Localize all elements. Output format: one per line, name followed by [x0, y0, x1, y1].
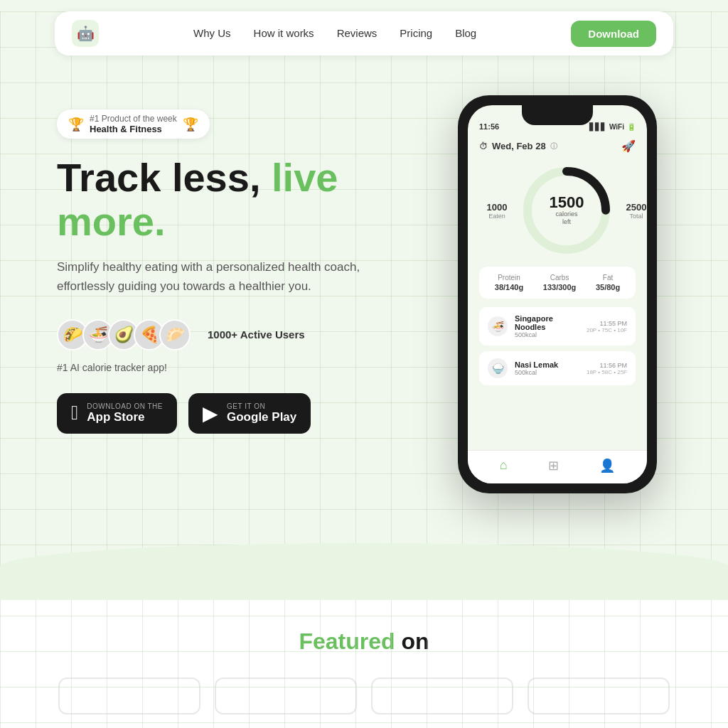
featured-section: Featured on [0, 600, 728, 728]
google-play-label: Google Play [227, 410, 296, 424]
food-time-2: 11:56 PM [587, 362, 627, 369]
featured-heading: Featured on [57, 628, 671, 655]
phone-time: 11:56 [479, 122, 499, 131]
macro-fat-value: 35/80g [596, 283, 620, 291]
food-icon-1: 🍜 [488, 316, 508, 336]
apple-icon:  [71, 402, 78, 424]
profile-nav-icon[interactable]: 👤 [599, 458, 615, 473]
info-icon: ⓘ [550, 141, 557, 151]
wave-separator [0, 515, 728, 600]
food-item-1: 🍜 Singapore Noodles 500kcal 11:55 PM 20P… [479, 307, 636, 346]
phone-date-text: Wed, Feb 28 [492, 141, 546, 151]
food-name-2: Nasi Lemak [515, 360, 579, 369]
food-time-1: 11:55 PM [587, 320, 627, 327]
app-store-sublabel: Download on the [87, 402, 163, 410]
calorie-section: 1000 Eaten 1500 calories [479, 164, 636, 257]
macro-protein-label: Protein [495, 274, 523, 282]
macro-fat-label: Fat [596, 274, 620, 282]
macro-protein-value: 38/140g [495, 283, 523, 291]
macro-protein: Protein 38/140g [495, 274, 523, 291]
add-nav-icon[interactable]: ⊞ [548, 458, 559, 473]
heading-black: Track less, [57, 155, 260, 200]
wave-bg [0, 543, 728, 600]
nav-pricing[interactable]: Pricing [400, 27, 432, 39]
food-kcal-2: 500kcal [515, 369, 579, 376]
phone-bottom-nav: ⌂ ⊞ 👤 [468, 450, 647, 483]
macro-carbs: Carbs 133/300g [543, 274, 576, 291]
phone-date-row: ⏱ Wed, Feb 28 ⓘ 🚀 [479, 139, 636, 153]
featured-logo-2 [215, 678, 357, 714]
app-store-button[interactable]:  Download on the App Store [57, 393, 177, 434]
food-item-2: 🍚 Nasi Lemak 500kcal 11:56 PM 18P • 58C … [479, 351, 636, 385]
food-icon-2: 🍚 [488, 358, 508, 378]
macro-fat: Fat 35/80g [596, 274, 620, 291]
food-details-1: Singapore Noodles 500kcal [515, 314, 579, 338]
play-icon: ▶ [203, 402, 218, 425]
phone-screen: 11:56 ▋▋▋ WiFi 🔋 ⏱ Wed, Feb 28 [468, 105, 647, 483]
laurel-right-icon: 🏆 [183, 117, 198, 132]
calories-total-label: Total [619, 213, 647, 220]
clock-icon: ⏱ [479, 141, 488, 151]
user-count: 1000+ Active Users [208, 328, 305, 341]
app-store-label: App Store [87, 410, 163, 424]
phone-notch [522, 105, 593, 125]
phone-frame: 11:56 ▋▋▋ WiFi 🔋 ⏱ Wed, Feb 28 [458, 95, 657, 493]
calories-total-value: 2500 [619, 202, 647, 213]
google-play-button[interactable]: ▶ GET IT ON Google Play [188, 393, 311, 434]
nav-why-us[interactable]: Why Us [193, 27, 231, 39]
macros-row: Protein 38/140g Carbs 133/300g Fat 35/80… [479, 267, 636, 299]
ai-label: #1 AI calorie tracker app! [57, 362, 412, 373]
calories-left-label: left [550, 218, 584, 226]
logo[interactable]: 🤖 [72, 20, 99, 47]
hero-description: Simplify healthy eating with a personali… [57, 257, 370, 296]
calories-eaten-label: Eaten [479, 213, 515, 220]
product-badge: 🏆 #1 Product of the week Health & Fitnes… [57, 109, 210, 139]
macro-carbs-value: 133/300g [543, 283, 576, 291]
nav-blog[interactable]: Blog [455, 27, 476, 39]
food-macros-2: 18P • 58C • 25F [587, 369, 627, 375]
featured-logo-3 [371, 678, 513, 714]
badge-category: Health & Fitness [90, 124, 177, 134]
battery-icon: 🔋 [627, 123, 636, 131]
users-row: 🌮 🍜 🥑 🍕 🥟 1000+ Active Users [57, 319, 412, 350]
nav-links: Why Us How it works Reviews Pricing Blog [193, 27, 476, 40]
calories-left-value: 1500 [550, 195, 584, 210]
phone-mockup: 11:56 ▋▋▋ WiFi 🔋 ⏱ Wed, Feb 28 [444, 95, 671, 493]
download-button[interactable]: Download [571, 21, 656, 47]
store-buttons:  Download on the App Store ▶ GET IT ON … [57, 393, 412, 434]
nav-reviews[interactable]: Reviews [337, 27, 378, 39]
calories-eaten-value: 1000 [479, 202, 515, 213]
hero-section: 🏆 #1 Product of the week Health & Fitnes… [0, 67, 728, 529]
navbar: 🤖 Why Us How it works Reviews Pricing Bl… [55, 11, 673, 55]
food-kcal-1: 500kcal [515, 331, 579, 338]
calorie-circle: 1500 calories left [520, 164, 613, 257]
nav-how-it-works[interactable]: How it works [254, 27, 314, 39]
badge-rank: #1 Product of the week [90, 114, 177, 124]
phone-status-icons: ▋▋▋ WiFi 🔋 [589, 122, 636, 131]
hero-heading: Track less, live more. [57, 156, 412, 243]
user-avatars: 🌮 🍜 🥑 🍕 🥟 [57, 319, 185, 350]
wifi-icon: WiFi [609, 123, 624, 131]
phone-content: ⏱ Wed, Feb 28 ⓘ 🚀 1000 Eaten [468, 134, 647, 450]
calorie-center: 1500 calories left [550, 195, 584, 226]
google-play-sublabel: GET IT ON [227, 402, 296, 410]
featured-logo-4 [528, 678, 670, 714]
rocket-icon: 🚀 [621, 139, 636, 153]
featured-logo-1 [58, 678, 200, 714]
food-macros-1: 20P • 75C • 10F [587, 327, 627, 333]
featured-logos [57, 678, 671, 714]
phone-date: ⏱ Wed, Feb 28 ⓘ [479, 141, 557, 151]
laurel-left-icon: 🏆 [68, 117, 84, 132]
food-details-2: Nasi Lemak 500kcal [515, 360, 579, 376]
signal-icon: ▋▋▋ [589, 123, 606, 131]
avatar-5: 🥟 [159, 319, 191, 350]
home-nav-icon[interactable]: ⌂ [500, 458, 508, 473]
calories-unit: calories [550, 210, 584, 218]
food-name-1: Singapore Noodles [515, 314, 579, 331]
macro-carbs-label: Carbs [543, 274, 576, 282]
logo-icon: 🤖 [77, 25, 95, 42]
hero-content: 🏆 #1 Product of the week Health & Fitnes… [57, 95, 412, 434]
